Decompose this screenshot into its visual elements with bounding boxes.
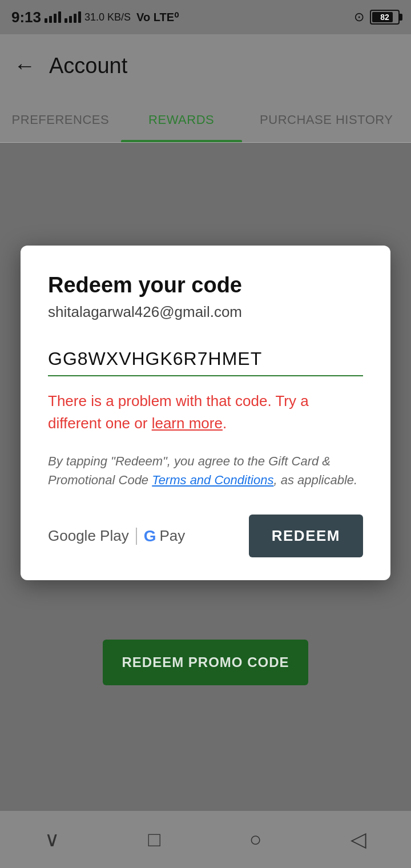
status-right: ⊙ 82	[354, 10, 400, 25]
branding-divider	[136, 528, 137, 545]
time: 9:13	[11, 9, 41, 26]
signal-bar-2	[49, 16, 52, 23]
error-message: There is a problem with that code. Try a…	[48, 390, 363, 435]
network-speed: 31.0 KB/S	[84, 11, 131, 23]
signal-bar-7	[74, 14, 76, 23]
signal-bar-6	[69, 16, 72, 23]
google-play-label: Google Play	[48, 527, 129, 545]
battery-level: 82	[371, 13, 398, 22]
signal-bar-8	[78, 11, 81, 23]
nav-chevron-icon[interactable]: ∨	[45, 827, 59, 851]
dialog-title: Redeem your code	[48, 273, 363, 298]
g-icon: G	[144, 527, 156, 545]
tab-rewards[interactable]: REWARDS	[121, 97, 242, 142]
signal-bar-1	[45, 18, 47, 23]
status-bar: 9:13 31.0 KB/S Vo LTE⁰ ⊙ 82	[0, 0, 411, 34]
redeem-button[interactable]: REDEEM	[249, 515, 363, 557]
gpay-logo: G Pay	[144, 527, 186, 545]
nav-square-icon[interactable]: □	[148, 827, 160, 851]
dialog-email: shitalagarwal426@gmail.com	[48, 303, 363, 321]
status-left: 9:13 31.0 KB/S Vo LTE⁰	[11, 9, 179, 26]
tab-preferences[interactable]: PREFERENCES	[0, 97, 121, 142]
nav-back-icon[interactable]: ◁	[350, 827, 366, 851]
lock-icon: ⊙	[354, 10, 364, 25]
signal-bar-3	[54, 14, 57, 23]
tab-purchase-history[interactable]: PURCHASE HISTORY	[242, 97, 411, 142]
network-type: Vo LTE⁰	[136, 10, 179, 24]
google-branding: Google Play G Pay	[48, 527, 185, 545]
pay-label: Pay	[159, 527, 185, 545]
code-input-container	[48, 344, 363, 376]
learn-more-link[interactable]: learn more	[152, 415, 223, 432]
redeem-dialog: Redeem your code shitalagarwal426@gmail.…	[21, 246, 390, 580]
battery-icon: 82	[370, 10, 400, 25]
signal-bar-5	[65, 18, 67, 23]
back-button[interactable]: ←	[14, 54, 35, 78]
terms-link[interactable]: Terms and Conditions	[152, 473, 273, 487]
page-title: Account	[49, 54, 127, 78]
nav-bar: ∨ □ ○ ◁	[0, 811, 411, 868]
tabs-bar: PREFERENCES REWARDS PURCHASE HISTORY	[0, 97, 411, 143]
signal-bar-4	[58, 11, 61, 23]
app-bar: ← Account	[0, 34, 411, 97]
promo-code-input[interactable]	[48, 344, 363, 376]
dialog-footer: Google Play G Pay REDEEM	[48, 515, 363, 557]
terms-text: By tapping "Redeem", you agree to the Gi…	[48, 452, 363, 489]
signal-icons	[45, 11, 61, 23]
nav-home-icon[interactable]: ○	[249, 827, 262, 851]
redeem-promo-button[interactable]: REDEEM PROMO CODE	[103, 640, 308, 685]
signal-icons-2	[65, 11, 81, 23]
